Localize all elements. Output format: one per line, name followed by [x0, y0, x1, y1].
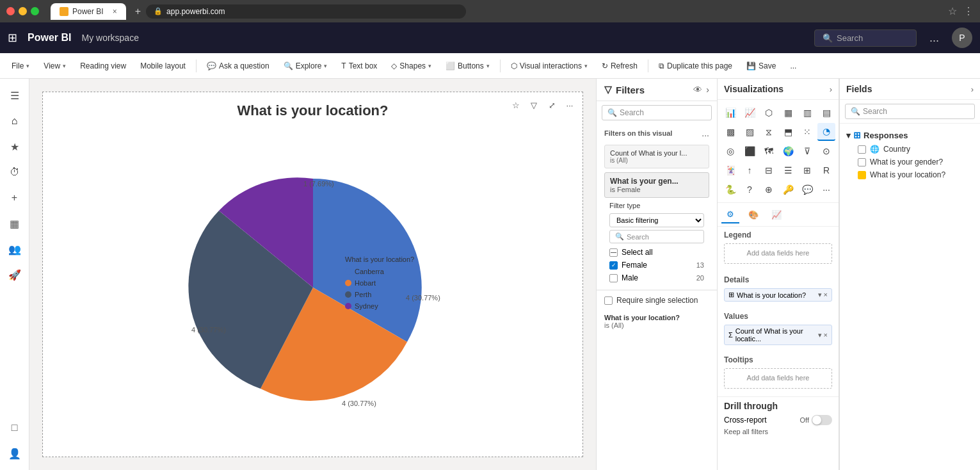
browser-tab[interactable]: Power BI × — [51, 3, 126, 20]
filters-section-more[interactable]: ··· — [702, 130, 709, 140]
fields-item-country[interactable]: 🌐 Country — [840, 143, 980, 156]
maximize-dot[interactable] — [31, 7, 39, 15]
values-chevron-icon[interactable]: ▾ — [818, 331, 822, 339]
file-menu-button[interactable]: File ▾ — [5, 59, 36, 73]
viz-icon-r-visual[interactable]: R — [817, 161, 835, 179]
viz-icon-scatter[interactable]: ⁙ — [798, 123, 816, 141]
viz-icon-treemap[interactable]: ⬛ — [741, 142, 759, 160]
viz-icon-stacked-col[interactable]: ▨ — [741, 123, 759, 141]
browser-menu-icon[interactable]: ⋮ — [963, 5, 974, 17]
viz-icon-qna[interactable]: ? — [741, 181, 759, 199]
user-avatar[interactable]: P — [952, 28, 972, 48]
header-more-button[interactable]: ... — [929, 31, 939, 45]
viz-tab-build[interactable]: ⚙ — [721, 206, 739, 223]
viz-tab-format[interactable]: 🎨 — [744, 206, 762, 223]
viz-icon-clustered-bar[interactable]: ▦ — [779, 104, 797, 122]
filters-search-input[interactable]: 🔍 Search — [602, 105, 712, 120]
save-button[interactable]: 💾 Save — [740, 59, 782, 73]
focus-icon[interactable]: ⤢ — [544, 97, 559, 113]
refresh-button[interactable]: ↻ Refresh — [595, 59, 644, 73]
field-remove-icon[interactable]: × — [824, 291, 828, 299]
viz-icon-filled-map[interactable]: 🌍 — [779, 142, 797, 160]
reading-view-button[interactable]: Reading view — [74, 59, 133, 73]
grid-icon[interactable]: ⊞ — [8, 31, 17, 45]
viz-icon-areachart[interactable]: ⬡ — [760, 104, 778, 122]
viz-details-field[interactable]: ⊞ What is your location? ▾ × — [724, 288, 832, 302]
fields-group-header[interactable]: ▾ ⊞ Responses — [840, 127, 980, 143]
sidebar-item-apps[interactable]: ▦ — [3, 212, 26, 235]
mobile-layout-button[interactable]: Mobile layout — [134, 59, 192, 73]
gender-checkbox[interactable] — [858, 158, 866, 166]
viz-icon-slicer[interactable]: ⊟ — [760, 161, 778, 179]
buttons-button[interactable]: ⬜ Buttons ▾ — [439, 59, 496, 73]
filter-option-male[interactable]: Male 20 — [609, 271, 704, 284]
viz-icon-column[interactable]: ▩ — [721, 123, 739, 141]
header-search-box[interactable]: 🔍 Search — [814, 29, 917, 47]
sidebar-item-profile[interactable]: 👤 — [3, 442, 26, 465]
sidebar-item-create[interactable]: + — [3, 186, 26, 209]
select-all-checkbox[interactable]: — — [609, 248, 618, 257]
sidebar-item-menu[interactable]: ☰ — [3, 84, 26, 107]
filter-card-count[interactable]: Count of What is your l... is (All) — [604, 145, 709, 168]
tab-close-button[interactable]: × — [113, 7, 117, 16]
bookmark-icon[interactable]: ☆ — [948, 5, 957, 17]
duplicate-button[interactable]: ⧉ Duplicate this page — [652, 59, 739, 73]
values-remove-icon[interactable]: × — [824, 331, 828, 339]
close-dot[interactable] — [6, 7, 15, 15]
country-checkbox[interactable] — [858, 145, 866, 154]
sidebar-item-home[interactable]: ⌂ — [3, 109, 26, 133]
viz-icon-funnel[interactable]: ⊽ — [798, 142, 816, 160]
viz-icon-python[interactable]: 🐍 — [721, 181, 739, 199]
field-chevron-icon[interactable]: ▾ — [818, 291, 822, 299]
viz-icon-decomp[interactable]: ⊕ — [760, 181, 778, 199]
text-box-button[interactable]: T Text box — [335, 59, 383, 73]
viz-values-field[interactable]: Σ Count of What is your locatic... ▾ × — [724, 325, 832, 345]
report-canvas[interactable]: ☆ ▽ ⤢ ··· What is your location? — [42, 92, 583, 457]
viz-tab-analytics[interactable]: 📈 — [767, 206, 785, 223]
location-checkbox[interactable] — [858, 171, 866, 179]
cross-report-track[interactable] — [812, 415, 832, 425]
viz-icon-card[interactable]: 🃏 — [721, 161, 739, 179]
viz-tooltips-drop[interactable]: Add data fields here — [724, 368, 832, 389]
more-options-button[interactable]: ... — [783, 59, 803, 73]
fields-item-gender[interactable]: What is your gender? — [840, 156, 980, 168]
viz-icon-more[interactable]: ··· — [817, 181, 835, 199]
viz-panel-expand-icon[interactable]: › — [830, 85, 832, 94]
fields-search-input[interactable]: 🔍 Search — [845, 104, 975, 119]
viz-icon-pie[interactable]: ◔ — [817, 123, 835, 141]
viz-icon-linechart[interactable]: 📈 — [741, 104, 759, 122]
viz-icon-matrix[interactable]: ⊞ — [798, 161, 816, 179]
ask-question-button[interactable]: 💬 Ask a question — [200, 59, 276, 73]
visual-interactions-button[interactable]: ⬡ Visual interactions ▾ — [504, 59, 594, 73]
fields-item-location[interactable]: What is your location? — [840, 168, 980, 181]
view-menu-button[interactable]: View ▾ — [37, 59, 72, 73]
sidebar-item-shared[interactable]: 👥 — [3, 238, 26, 261]
viz-icon-kpi[interactable]: ↑ — [741, 161, 759, 179]
viz-icon-100pct-bar[interactable]: ▤ — [817, 104, 835, 122]
fields-expand-icon[interactable]: › — [971, 85, 974, 94]
filter-option-female[interactable]: ✓ Female 13 — [609, 259, 704, 271]
viz-icon-map[interactable]: 🗺 — [760, 142, 778, 160]
viz-icon-gauge[interactable]: ⊙ — [817, 142, 835, 160]
viz-icon-stacked-bar[interactable]: ▥ — [798, 104, 816, 122]
viz-icon-donut[interactable]: ◎ — [721, 142, 739, 160]
sidebar-item-recent[interactable]: ⏱ — [3, 161, 26, 184]
sidebar-item-favorites[interactable]: ★ — [3, 135, 26, 158]
female-checkbox[interactable]: ✓ — [609, 261, 618, 270]
filter-option-select-all[interactable]: — Select all — [609, 246, 704, 259]
filter-type-select[interactable]: Basic filtering — [609, 213, 704, 227]
cross-report-toggle[interactable]: Off — [800, 415, 832, 425]
filter-card-gender[interactable]: What is your gen... is Female — [604, 172, 709, 198]
tab-add-button[interactable]: + — [135, 6, 141, 17]
shapes-button[interactable]: ◇ Shapes ▾ — [385, 59, 438, 73]
filters-eye-icon[interactable]: 👁 — [693, 85, 702, 95]
viz-icon-table[interactable]: ☰ — [779, 161, 797, 179]
minimize-dot[interactable] — [19, 7, 27, 15]
pin-icon[interactable]: ☆ — [508, 97, 524, 113]
viz-icon-ribbon[interactable]: ⧖ — [760, 123, 778, 141]
sidebar-item-learn[interactable]: 🚀 — [3, 263, 26, 286]
male-checkbox[interactable] — [609, 274, 618, 282]
viz-icon-smart-narr[interactable]: 💬 — [798, 181, 816, 199]
filter-inner-search[interactable]: 🔍 Search — [609, 230, 704, 243]
viz-legend-drop[interactable]: Add data fields here — [724, 243, 832, 264]
